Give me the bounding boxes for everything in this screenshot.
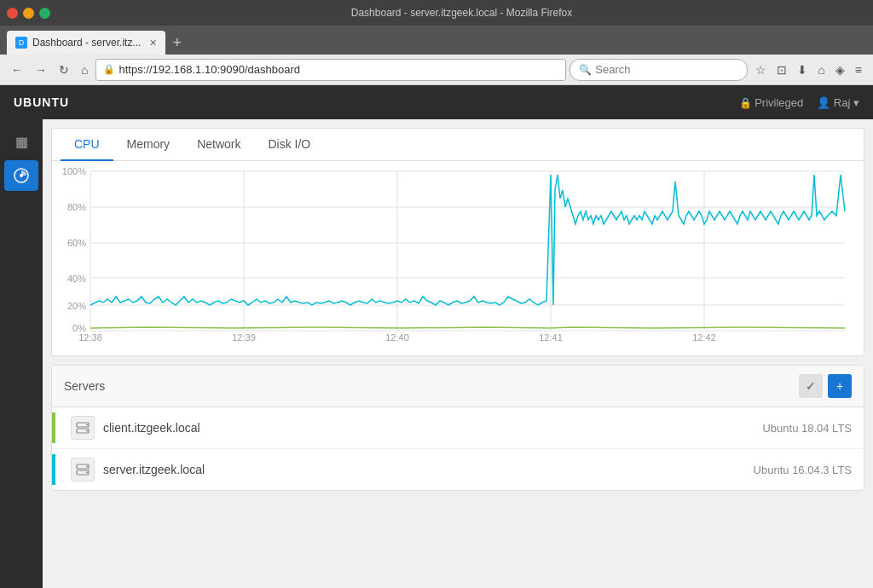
sidebar-item-dashboard[interactable] <box>4 160 38 191</box>
lock-icon: 🔒 <box>739 97 752 109</box>
app-header: UBUNTU 🔒 Privileged 👤 Raj ▾ <box>0 85 873 119</box>
window-controls[interactable] <box>7 8 50 19</box>
search-bar-container: 🔍 <box>569 59 748 81</box>
svg-text:12:39: 12:39 <box>232 332 256 343</box>
svg-point-31 <box>86 472 88 474</box>
servers-actions: ✓ + <box>799 374 852 398</box>
servers-container: Servers ✓ + client.itzgeek.loca <box>51 365 864 491</box>
servers-check-button[interactable]: ✓ <box>799 374 823 398</box>
privileged-label: 🔒 Privileged <box>739 96 804 109</box>
firefox-account-button[interactable]: ⌂ <box>813 61 829 79</box>
tab-close-button[interactable]: ✕ <box>149 37 157 49</box>
server-os: Ubuntu 16.04.3 LTS <box>754 464 852 476</box>
tab-memory[interactable]: Memory <box>113 129 184 161</box>
tab-cpu[interactable]: CPU <box>61 129 113 161</box>
chart-area: 100% 80% 60% 40% 20% 0% <box>52 161 864 355</box>
svg-point-1 <box>20 174 23 177</box>
reading-mode-button[interactable]: ⊡ <box>772 61 791 79</box>
close-button[interactable] <box>7 8 18 19</box>
content-area: CPU Memory Network Disk I/O 100% 80% 60%… <box>43 119 873 588</box>
svg-point-26 <box>86 424 88 426</box>
svg-text:100%: 100% <box>62 166 86 176</box>
svg-text:12:38: 12:38 <box>78 332 102 343</box>
svg-point-30 <box>86 466 88 468</box>
server-status-indicator <box>52 412 55 443</box>
nav-icons: ☆ ⊡ ⬇ ⌂ ◈ ≡ <box>751 61 866 79</box>
chart-tabs: CPU Memory Network Disk I/O <box>52 129 864 161</box>
new-tab-button[interactable]: + <box>165 31 188 55</box>
title-bar: Dashboard - server.itzgeek.local - Mozil… <box>0 0 873 26</box>
pocket-button[interactable]: ◈ <box>831 61 849 79</box>
chart-container: CPU Memory Network Disk I/O 100% 80% 60%… <box>51 128 864 356</box>
servers-add-button[interactable]: + <box>828 374 852 398</box>
server-device-icon <box>76 463 90 476</box>
grid-icon: ▦ <box>15 134 28 150</box>
bookmark-button[interactable]: ☆ <box>751 61 771 79</box>
server-name: client.itzgeek.local <box>103 421 762 435</box>
lock-icon: 🔒 <box>103 64 115 75</box>
tab-favicon: D <box>15 37 27 49</box>
svg-point-27 <box>86 430 88 432</box>
window-title: Dashboard - server.itzgeek.local - Mozil… <box>57 7 866 19</box>
sidebar: ▦ <box>0 119 43 588</box>
user-icon: 👤 <box>817 96 830 109</box>
maximize-button[interactable] <box>39 8 50 19</box>
server-item: client.itzgeek.local Ubuntu 18.04 LTS <box>52 407 864 449</box>
back-button[interactable]: ← <box>7 60 27 80</box>
minimize-button[interactable] <box>23 8 34 19</box>
svg-text:12:41: 12:41 <box>539 332 563 343</box>
app-title: UBUNTU <box>14 95 69 109</box>
header-right: 🔒 Privileged 👤 Raj ▾ <box>739 96 859 109</box>
download-button[interactable]: ⬇ <box>793 61 812 79</box>
svg-text:20%: 20% <box>67 301 86 311</box>
url-bar-container: 🔒 <box>95 59 566 81</box>
server-os: Ubuntu 18.04 LTS <box>762 422 852 435</box>
tab-network[interactable]: Network <box>183 129 254 161</box>
svg-text:40%: 40% <box>67 274 86 284</box>
tab-bar: D Dashboard - server.itz... ✕ + <box>0 26 873 55</box>
tab-label: Dashboard - server.itz... <box>32 37 141 49</box>
menu-button[interactable]: ≡ <box>851 61 866 79</box>
server-name: server.itzgeek.local <box>103 463 754 476</box>
reload-button[interactable]: ↻ <box>55 60 73 80</box>
svg-text:80%: 80% <box>67 202 86 212</box>
servers-title: Servers <box>64 379 105 393</box>
user-label: 👤 Raj ▾ <box>817 96 859 109</box>
server-icon <box>71 458 95 481</box>
sidebar-item-grid[interactable]: ▦ <box>4 126 38 157</box>
home-button[interactable]: ⌂ <box>77 60 92 80</box>
browser-tab[interactable]: D Dashboard - server.itz... ✕ <box>7 31 165 55</box>
svg-text:60%: 60% <box>67 238 86 248</box>
search-input[interactable] <box>595 63 738 76</box>
server-icon <box>71 416 95 440</box>
search-icon: 🔍 <box>579 64 592 76</box>
url-input[interactable] <box>119 63 558 76</box>
server-item: server.itzgeek.local Ubuntu 16.04.3 LTS <box>52 449 864 490</box>
nav-bar: ← → ↻ ⌂ 🔒 🔍 ☆ ⊡ ⬇ ⌂ ◈ ≡ <box>0 55 873 85</box>
server-device-icon <box>76 421 90 435</box>
main-layout: ▦ CPU Memory Network Disk I/O 100% <box>0 119 873 588</box>
dashboard-icon <box>13 167 30 184</box>
svg-text:12:40: 12:40 <box>385 332 409 343</box>
servers-header: Servers ✓ + <box>52 366 864 407</box>
svg-text:12:42: 12:42 <box>692 332 716 343</box>
forward-button[interactable]: → <box>31 60 51 80</box>
tab-diskio[interactable]: Disk I/O <box>254 129 324 161</box>
cpu-chart: 100% 80% 60% 40% 20% 0% <box>61 164 853 343</box>
server-status-indicator <box>52 454 55 485</box>
